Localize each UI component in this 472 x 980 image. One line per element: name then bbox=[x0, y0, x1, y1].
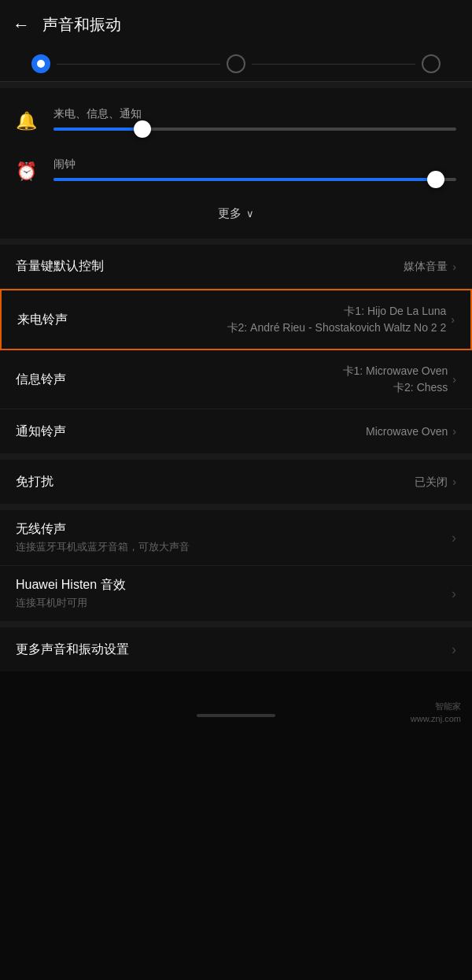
alarm-slider-thumb[interactable] bbox=[427, 171, 444, 188]
notification-label: 通知铃声 bbox=[16, 423, 66, 440]
watermark: 智能家 www.znj.com bbox=[411, 701, 461, 725]
wireless-title: 无线传声 bbox=[16, 521, 447, 538]
volume-key-right: 媒体音量 › bbox=[404, 258, 456, 275]
dnd-row[interactable]: 免打扰 已关闭 › bbox=[0, 460, 472, 504]
ringtone-label: 来电铃声 bbox=[17, 312, 68, 328]
ringtone-volume-content: 来电、信息、通知 bbox=[53, 107, 456, 135]
section-gap-5 bbox=[0, 621, 472, 627]
chevron-down-icon: ∨ bbox=[246, 208, 254, 220]
more-button[interactable]: 更多 ∨ bbox=[0, 197, 472, 231]
dnd-value: 已关闭 bbox=[415, 474, 448, 490]
tab-divider-2 bbox=[252, 64, 415, 65]
home-indicator bbox=[197, 714, 275, 717]
more-settings-label: 更多声音和振动设置 bbox=[16, 642, 129, 658]
ringtone-slider-fill bbox=[53, 128, 142, 131]
back-button[interactable]: ← bbox=[13, 15, 30, 35]
dnd-right: 已关闭 › bbox=[415, 474, 456, 490]
wireless-section: 无线传声 连接蓝牙耳机或蓝牙音箱，可放大声音 › Huawei Histen 音… bbox=[0, 510, 472, 621]
chevron-right-icon-6: › bbox=[452, 530, 456, 546]
alarm-slider-track[interactable] bbox=[53, 178, 456, 181]
alarm-volume-content: 闹钟 bbox=[53, 157, 456, 186]
alarm-volume-row: ⏰ 闹钟 bbox=[0, 146, 472, 197]
tab-2[interactable] bbox=[227, 54, 245, 73]
more-settings-section: 更多声音和振动设置 › bbox=[0, 627, 472, 671]
bottom-area: 智能家 www.znj.com bbox=[0, 671, 472, 734]
header: ← 声音和振动 bbox=[0, 0, 472, 46]
ringtone-card2: 卡2: André Rieu - Shostakovich Waltz No 2… bbox=[227, 320, 447, 336]
dnd-label: 免打扰 bbox=[16, 474, 53, 490]
more-settings-row[interactable]: 更多声音和振动设置 › bbox=[0, 627, 472, 671]
volume-key-label: 音量键默认控制 bbox=[16, 258, 104, 275]
ringtone-slider-track[interactable] bbox=[53, 128, 456, 131]
alarm-icon: ⏰ bbox=[16, 161, 44, 182]
volume-key-value: 媒体音量 bbox=[404, 258, 448, 275]
message-card1: 卡1: Microwave Oven bbox=[343, 363, 448, 379]
ringtone-right: 卡1: Hijo De La Luna 卡2: André Rieu - Sho… bbox=[227, 303, 455, 336]
bell-icon: 🔔 bbox=[16, 111, 44, 131]
message-ringtone-row[interactable]: 信息铃声 卡1: Microwave Oven 卡2: Chess › bbox=[0, 350, 472, 409]
section-gap-4 bbox=[0, 504, 472, 510]
settings-section: 音量键默认控制 媒体音量 › 来电铃声 卡1: Hijo De La Luna … bbox=[0, 245, 472, 453]
ringtone-slider-thumb[interactable] bbox=[134, 120, 151, 138]
alarm-volume-label: 闹钟 bbox=[53, 157, 456, 172]
wireless-subtitle: 连接蓝牙耳机或蓝牙音箱，可放大声音 bbox=[16, 540, 447, 554]
notification-ringtone-row[interactable]: 通知铃声 Microwave Oven › bbox=[0, 409, 472, 453]
message-ringtone-label: 信息铃声 bbox=[16, 372, 66, 388]
more-label: 更多 bbox=[218, 206, 242, 221]
section-gap-3 bbox=[0, 453, 472, 460]
message-values: 卡1: Microwave Oven 卡2: Chess bbox=[343, 363, 448, 396]
histen-left: Huawei Histen 音效 连接耳机时可用 bbox=[16, 577, 447, 610]
volume-key-row[interactable]: 音量键默认控制 媒体音量 › bbox=[0, 245, 472, 289]
chevron-right-icon-8: › bbox=[452, 642, 456, 658]
ringtone-card1: 卡1: Hijo De La Luna bbox=[227, 303, 447, 320]
ringtone-row[interactable]: 来电铃声 卡1: Hijo De La Luna 卡2: André Rieu … bbox=[0, 289, 472, 350]
histen-subtitle: 连接耳机时可用 bbox=[16, 596, 447, 610]
section-gap-2 bbox=[0, 239, 472, 245]
notification-right: Microwave Oven › bbox=[366, 423, 456, 440]
tab-3[interactable] bbox=[422, 54, 441, 73]
alarm-slider-fill bbox=[53, 178, 436, 181]
dnd-section: 免打扰 已关闭 › bbox=[0, 460, 472, 504]
chevron-right-icon-3: › bbox=[452, 373, 456, 386]
wireless-row[interactable]: 无线传声 连接蓝牙耳机或蓝牙音箱，可放大声音 › bbox=[0, 510, 472, 566]
volume-section: 🔔 来电、信息、通知 ⏰ 闹钟 更多 ∨ bbox=[0, 88, 472, 239]
tab-1[interactable] bbox=[31, 54, 50, 73]
tab-divider-1 bbox=[57, 64, 220, 65]
chevron-right-icon: › bbox=[452, 261, 456, 273]
chevron-right-icon-7: › bbox=[452, 586, 456, 602]
ringtone-volume-row: 🔔 来电、信息、通知 bbox=[0, 96, 472, 146]
ringtone-volume-label: 来电、信息、通知 bbox=[53, 107, 456, 121]
chevron-right-icon-2: › bbox=[451, 313, 455, 326]
wireless-left: 无线传声 连接蓝牙耳机或蓝牙音箱，可放大声音 bbox=[16, 521, 447, 554]
ringtone-values: 卡1: Hijo De La Luna 卡2: André Rieu - Sho… bbox=[227, 303, 447, 336]
tab-row bbox=[0, 46, 472, 82]
histen-title: Huawei Histen 音效 bbox=[16, 577, 447, 594]
histen-row[interactable]: Huawei Histen 音效 连接耳机时可用 › bbox=[0, 566, 472, 621]
page-title: 声音和振动 bbox=[42, 14, 121, 35]
section-gap-1 bbox=[0, 82, 472, 88]
chevron-right-icon-5: › bbox=[452, 475, 456, 488]
message-card2: 卡2: Chess bbox=[343, 379, 448, 396]
chevron-right-icon-4: › bbox=[452, 425, 456, 438]
message-right: 卡1: Microwave Oven 卡2: Chess › bbox=[343, 363, 457, 396]
notification-value: Microwave Oven bbox=[366, 423, 448, 440]
